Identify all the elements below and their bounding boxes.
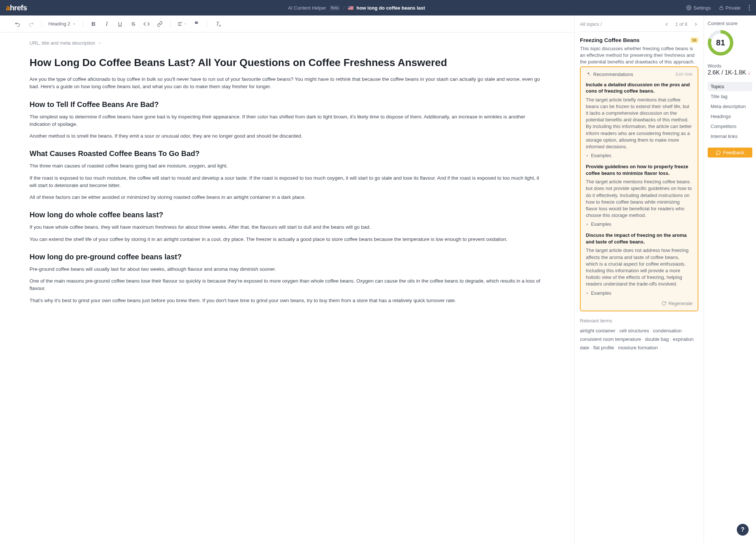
term[interactable]: cell structures: [619, 328, 653, 333]
feedback-button[interactable]: Feedback: [708, 148, 752, 158]
align-button[interactable]: [177, 20, 187, 28]
topic-header: Freezing Coffee Beans 59: [580, 37, 698, 43]
flag-icon: 🇺🇸: [348, 5, 354, 11]
editor-area: Heading 2 B I U S: [0, 15, 574, 543]
breadcrumb-slash: /: [343, 5, 345, 11]
logo[interactable]: ahrefs: [6, 4, 27, 12]
more-menu[interactable]: [749, 5, 750, 11]
redo-button[interactable]: [27, 20, 35, 28]
term[interactable]: double bag: [645, 336, 673, 342]
article-h2[interactable]: How long do whole coffee beans last?: [30, 211, 545, 219]
nav-meta-description[interactable]: Meta description: [708, 102, 752, 111]
nav-title-tag[interactable]: Title tag: [708, 92, 752, 101]
italic-button[interactable]: I: [103, 20, 110, 28]
clear-formatting-button[interactable]: T✕: [214, 20, 221, 28]
next-button[interactable]: [693, 22, 698, 27]
caret-right-icon: [586, 223, 589, 226]
term[interactable]: flat profile: [593, 345, 618, 350]
topic-score-badge: 59: [690, 37, 698, 43]
lock-icon: [719, 6, 724, 10]
app-header: ahrefs AI Content Helper Beta / 🇺🇸 how l…: [0, 0, 756, 15]
bold-button[interactable]: B: [90, 20, 97, 28]
recommendation-body: The target article does not address how …: [586, 247, 693, 287]
examples-toggle[interactable]: Examples: [586, 291, 693, 296]
article-paragraph[interactable]: The simplest way to determine if coffee …: [30, 113, 545, 128]
nav-competitors[interactable]: Competitors: [708, 122, 752, 131]
heading-select[interactable]: Heading 2: [48, 21, 76, 27]
term[interactable]: condensation: [653, 328, 684, 333]
topic-description: This topic discusses whether freezing co…: [580, 45, 698, 66]
arrow-down-icon: ↓: [748, 69, 751, 76]
prev-button[interactable]: [664, 22, 669, 27]
content-score-ring: 81: [708, 30, 733, 56]
dots-vertical-icon: [749, 5, 750, 11]
term[interactable]: consistent room temperature: [580, 336, 645, 342]
article-h2[interactable]: How long do pre-ground coffee beans last…: [30, 253, 545, 261]
question-icon: ?: [741, 526, 745, 533]
regenerate-button[interactable]: Regenerate: [586, 301, 693, 306]
heading-select-label: Heading 2: [48, 21, 70, 27]
article-paragraph[interactable]: All of these factors can be either avoid…: [30, 194, 545, 201]
examples-label: Examples: [591, 222, 611, 227]
caret-right-icon: [586, 292, 589, 295]
relevant-terms-section: Relevant terms airtight containercell st…: [580, 318, 698, 352]
beta-badge: Beta: [329, 5, 341, 11]
refresh-icon: [662, 301, 666, 306]
product-name[interactable]: AI Content Helper: [288, 5, 326, 11]
header-center: AI Content Helper Beta / 🇺🇸 how long do …: [27, 5, 686, 11]
article-h2[interactable]: How to Tell If Coffee Beans Are Bad?: [30, 100, 545, 109]
article-paragraph[interactable]: If the roast is exposed to too much mois…: [30, 174, 545, 190]
logo-rest: hrefs: [10, 4, 27, 12]
nav-topics[interactable]: Topics: [708, 82, 752, 91]
recommendation-item: Provide guidelines on how to properly fr…: [586, 163, 693, 227]
page-title: how long do coffee beans last: [357, 5, 425, 11]
article-paragraph[interactable]: The three main causes of roasted coffee …: [30, 162, 545, 170]
term[interactable]: airtight container: [580, 328, 619, 333]
article-paragraph[interactable]: If you have whole coffee beans, they wil…: [30, 224, 545, 231]
quote-button[interactable]: ❝: [193, 20, 200, 28]
undo-button[interactable]: [14, 20, 21, 28]
examples-toggle[interactable]: Examples: [586, 222, 693, 227]
comment-icon: [716, 150, 721, 155]
article-body[interactable]: How Long Do Coffee Beans Last? All Your …: [30, 56, 545, 304]
code-button[interactable]: [143, 20, 150, 28]
underline-button[interactable]: U: [116, 20, 124, 28]
help-button[interactable]: ?: [737, 524, 749, 536]
examples-toggle[interactable]: Examples: [586, 153, 693, 158]
score-panel: Content score 81 Words 2.6K / 1K-1.8K ↓ …: [704, 15, 756, 543]
recommendations-panel: Recommendations Just now Include a detai…: [580, 66, 698, 311]
logo-a: a: [6, 4, 10, 12]
chevron-down-icon: [72, 22, 76, 26]
recommendations-header: Recommendations Just now: [586, 72, 693, 77]
meta-toggle[interactable]: URL, title and meta description: [30, 40, 102, 46]
content-score-label: Content score: [708, 21, 752, 26]
recommendations-label: Recommendations: [593, 72, 633, 77]
recommendations-time: Just now: [675, 72, 693, 77]
settings-button[interactable]: Settings: [686, 5, 711, 11]
nav-internal-links[interactable]: Internal links: [708, 132, 752, 141]
article-paragraph[interactable]: One of the main reasons pre-ground coffe…: [30, 277, 545, 293]
side-panel: All topics / 1 of 8 Freezing Coffee Bean…: [574, 15, 704, 543]
breadcrumb[interactable]: All topics /: [580, 21, 602, 27]
examples-label: Examples: [591, 153, 611, 158]
words-value: 2.6K / 1K-1.8K ↓: [708, 69, 752, 76]
strikethrough-button[interactable]: S: [130, 20, 137, 28]
recommendation-title: Include a detailed discussion on the pro…: [586, 82, 693, 94]
article-paragraph[interactable]: That's why it's best to grind your own c…: [30, 297, 545, 304]
article-paragraph[interactable]: Pre-ground coffee beans will usually las…: [30, 266, 545, 273]
private-button[interactable]: Private: [719, 5, 740, 11]
settings-label: Settings: [694, 5, 711, 11]
article-h1[interactable]: How Long Do Coffee Beans Last? All Your …: [30, 56, 545, 69]
caret-right-icon: [586, 154, 589, 157]
editor-content[interactable]: URL, title and meta description How Long…: [0, 32, 574, 543]
article-paragraph[interactable]: You can extend the shelf life of your co…: [30, 236, 545, 243]
article-h2[interactable]: What Causes Roasted Coffee Beans To Go B…: [30, 149, 545, 158]
svg-point-4: [749, 10, 750, 11]
link-button[interactable]: [156, 20, 164, 28]
article-paragraph[interactable]: Another method is to smell the beans. If…: [30, 132, 545, 140]
term[interactable]: moisture formation: [618, 345, 660, 350]
nav-headings[interactable]: Headings: [708, 112, 752, 121]
svg-point-2: [749, 5, 750, 6]
words-sep: /: [720, 69, 725, 76]
article-paragraph[interactable]: Are you the type of coffee aficionado to…: [30, 76, 545, 91]
